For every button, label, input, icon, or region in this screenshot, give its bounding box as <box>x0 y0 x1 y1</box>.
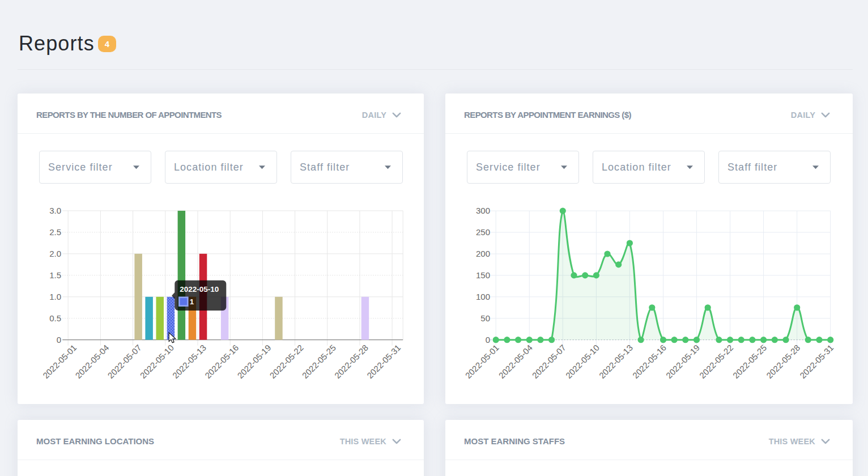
svg-text:2022-05-31: 2022-05-31 <box>365 343 402 380</box>
svg-text:2022-05-16: 2022-05-16 <box>631 343 668 380</box>
svg-text:2022-05-01: 2022-05-01 <box>41 343 78 380</box>
svg-text:0.5: 0.5 <box>49 313 61 323</box>
svg-text:2022-05-10: 2022-05-10 <box>138 343 176 380</box>
svg-text:1: 1 <box>190 298 194 306</box>
svg-text:2022-05-31: 2022-05-31 <box>798 343 835 380</box>
svg-text:2.5: 2.5 <box>49 227 61 237</box>
svg-text:2022-05-10: 2022-05-10 <box>180 285 219 294</box>
svg-text:2022-05-07: 2022-05-07 <box>105 343 143 380</box>
svg-text:2022-05-13: 2022-05-13 <box>597 343 635 380</box>
svg-text:50: 50 <box>480 313 490 323</box>
svg-text:200: 200 <box>476 249 490 258</box>
svg-text:2022-05-04: 2022-05-04 <box>497 343 534 380</box>
svg-text:2022-05-19: 2022-05-19 <box>235 343 273 380</box>
svg-text:2.0: 2.0 <box>49 249 61 258</box>
svg-text:0: 0 <box>57 335 61 345</box>
svg-text:1.0: 1.0 <box>49 292 61 301</box>
svg-text:2022-05-22: 2022-05-22 <box>267 343 305 380</box>
svg-text:250: 250 <box>476 227 490 237</box>
svg-text:2022-05-22: 2022-05-22 <box>697 343 735 380</box>
svg-text:2022-05-10: 2022-05-10 <box>564 343 601 380</box>
svg-text:100: 100 <box>476 292 490 301</box>
svg-text:2022-05-16: 2022-05-16 <box>203 343 240 380</box>
svg-text:3.0: 3.0 <box>49 206 61 215</box>
svg-text:2022-05-04: 2022-05-04 <box>73 343 110 380</box>
svg-text:1.5: 1.5 <box>49 270 61 280</box>
svg-text:150: 150 <box>476 270 490 280</box>
svg-text:2022-05-19: 2022-05-19 <box>664 343 701 380</box>
svg-text:2022-05-13: 2022-05-13 <box>171 343 208 380</box>
svg-text:300: 300 <box>476 206 490 215</box>
svg-text:2022-05-07: 2022-05-07 <box>530 343 568 380</box>
svg-text:2022-05-28: 2022-05-28 <box>764 343 802 380</box>
svg-text:2022-05-28: 2022-05-28 <box>333 343 370 380</box>
svg-text:2022-05-25: 2022-05-25 <box>300 343 338 380</box>
svg-text:0: 0 <box>486 335 490 345</box>
svg-text:2022-05-01: 2022-05-01 <box>463 343 501 380</box>
svg-text:2022-05-25: 2022-05-25 <box>731 343 768 380</box>
